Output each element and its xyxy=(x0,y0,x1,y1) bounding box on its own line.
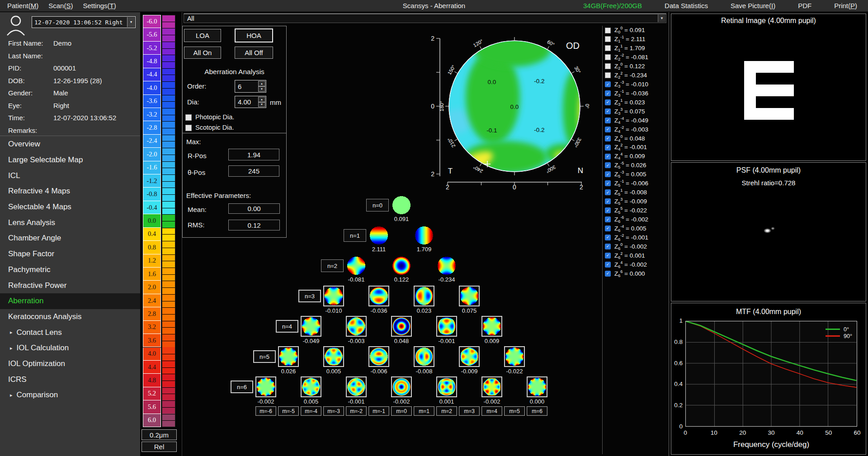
zernike-mode-thumbnail xyxy=(347,257,365,275)
zernike-mode-thumbnail xyxy=(483,378,501,396)
zernike-frequency-label[interactable]: m=2 xyxy=(436,406,457,416)
zernike-value: 1.709 xyxy=(408,246,440,253)
zernike-frequency-label[interactable]: m=-1 xyxy=(368,406,389,416)
zernike-cell[interactable] xyxy=(347,256,366,275)
menu-item[interactable]: Print(P) xyxy=(830,2,862,9)
zernike-mode-thumbnail xyxy=(325,287,343,305)
zernike-cell[interactable] xyxy=(368,346,389,367)
zernike-mode-thumbnail xyxy=(438,317,456,335)
zernike-value: -0.002 xyxy=(250,398,282,405)
chevron-down-icon[interactable]: ▼ xyxy=(658,14,665,22)
zernike-order-label[interactable]: n=5 xyxy=(253,350,276,363)
zernike-order-label[interactable]: n=3 xyxy=(298,290,321,302)
svg-text:2: 2 xyxy=(580,183,583,191)
zernike-cell[interactable] xyxy=(391,316,412,337)
svg-text:2: 2 xyxy=(431,170,434,178)
zernike-value: -0.036 xyxy=(363,307,395,314)
zernike-value: -0.009 xyxy=(453,368,485,375)
zernike-frequency-label[interactable]: m=-6 xyxy=(255,406,276,416)
zernike-cell[interactable] xyxy=(368,286,389,306)
svg-text:0.0: 0.0 xyxy=(488,79,496,85)
menu-item[interactable]: PDF xyxy=(793,2,816,9)
zernike-mode-thumbnail xyxy=(302,317,320,335)
zernike-order-label[interactable]: n=0 xyxy=(366,199,389,212)
zernike-frequency-label[interactable]: m=-5 xyxy=(278,406,299,416)
menu-item[interactable]: Data Statistics xyxy=(660,2,712,9)
zernike-cell[interactable] xyxy=(391,376,412,397)
zernike-cell[interactable] xyxy=(415,226,434,245)
zernike-frequency-label[interactable]: m=3 xyxy=(459,406,480,416)
zernike-value: 0.075 xyxy=(453,307,485,314)
zernike-cell[interactable] xyxy=(459,346,480,367)
svg-text:0.0: 0.0 xyxy=(510,103,519,110)
zernike-frequency-label[interactable]: m=-4 xyxy=(301,406,321,416)
svg-text:180°: 180° xyxy=(439,101,444,112)
svg-text:30°: 30° xyxy=(573,65,582,74)
nasal-label: N xyxy=(578,166,583,175)
zernike-mode-thumbnail xyxy=(257,378,275,396)
svg-text:120°: 120° xyxy=(472,38,484,48)
svg-text:0: 0 xyxy=(513,183,516,191)
zernike-value: -0.002 xyxy=(476,398,508,405)
zernike-cell[interactable] xyxy=(437,256,456,275)
zernike-frequency-label[interactable]: m=1 xyxy=(414,406,434,416)
zernike-mode-thumbnail xyxy=(460,287,478,305)
zernike-cell[interactable] xyxy=(346,376,367,397)
zernike-mode-thumbnail xyxy=(483,317,501,335)
zernike-frequency-label[interactable]: m=0 xyxy=(391,406,412,416)
zernike-frequency-label[interactable]: m=4 xyxy=(481,406,502,416)
zernike-value: -0.234 xyxy=(431,276,462,283)
zernike-frequency-label[interactable]: m=-2 xyxy=(346,406,367,416)
zernike-cell[interactable] xyxy=(278,346,299,367)
wavefront-map: 2022020°30°60°120°150°180°210°240°300°33… xyxy=(420,23,615,192)
menu-item[interactable]: Patient(M) xyxy=(3,2,43,9)
zernike-value: 0.001 xyxy=(431,398,462,405)
zernike-cell[interactable] xyxy=(369,226,388,245)
zernike-cell[interactable] xyxy=(414,346,434,367)
zernike-order-label[interactable]: n=1 xyxy=(344,229,366,242)
zernike-mode-thumbnail xyxy=(415,226,433,244)
zernike-cell[interactable] xyxy=(392,196,411,215)
zernike-mode-thumbnail xyxy=(415,348,433,366)
menu-bar: Patient(M)Scan(S)Settings(T) Scansys - A… xyxy=(0,0,868,12)
svg-text:-0.2: -0.2 xyxy=(534,127,544,133)
menu-item[interactable]: Save Picture(I) xyxy=(726,2,780,9)
zernike-cell[interactable] xyxy=(527,376,547,397)
zernike-value: -0.001 xyxy=(431,338,462,344)
zernike-cell[interactable] xyxy=(414,286,434,306)
aberration-type-value: All xyxy=(187,15,194,22)
menu-item[interactable]: Scan(S) xyxy=(44,2,77,9)
zernike-order-label[interactable]: n=2 xyxy=(321,259,344,272)
zernike-mode-thumbnail xyxy=(415,287,433,305)
zernike-cell[interactable] xyxy=(436,316,457,337)
zernike-cell[interactable] xyxy=(323,286,344,306)
zernike-mode-thumbnail xyxy=(370,226,388,244)
zernike-cell[interactable] xyxy=(346,316,367,337)
zernike-mode-thumbnail xyxy=(438,257,456,275)
zernike-mode-thumbnail xyxy=(505,348,524,366)
zernike-cell[interactable] xyxy=(436,376,457,397)
zernike-cell[interactable] xyxy=(481,316,502,337)
zernike-mode-thumbnail xyxy=(392,257,410,275)
zernike-cell[interactable] xyxy=(392,256,411,275)
svg-text:330°: 330° xyxy=(573,137,583,149)
menu-item[interactable]: Settings(T) xyxy=(78,2,120,9)
zernike-cell[interactable] xyxy=(459,286,480,306)
aberration-type-dropdown[interactable]: All ▼ xyxy=(184,14,666,23)
zernike-order-label[interactable]: n=4 xyxy=(276,320,298,333)
temporal-label: T xyxy=(448,167,453,175)
zernike-frequency-label[interactable]: m=6 xyxy=(527,406,547,416)
zernike-cell[interactable] xyxy=(301,376,321,397)
zernike-value: -0.008 xyxy=(408,368,440,375)
zernike-value: 0.026 xyxy=(273,368,304,375)
zernike-cell[interactable] xyxy=(481,376,502,397)
zernike-cell[interactable] xyxy=(323,346,344,367)
zernike-frequency-label[interactable]: m=5 xyxy=(504,406,525,416)
zernike-mode-thumbnail xyxy=(392,317,410,335)
zernike-cell[interactable] xyxy=(301,316,321,337)
zernike-cell[interactable] xyxy=(504,346,525,367)
zernike-frequency-label[interactable]: m=-3 xyxy=(323,406,344,416)
zernike-value: 0.005 xyxy=(295,398,327,405)
zernike-order-label[interactable]: n=6 xyxy=(231,381,253,393)
zernike-cell[interactable] xyxy=(255,376,276,397)
